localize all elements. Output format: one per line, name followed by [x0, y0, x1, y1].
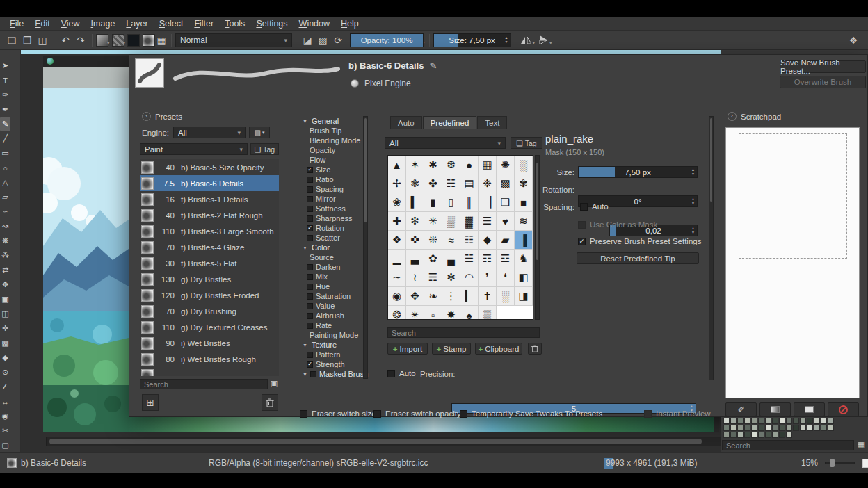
- palette-swatch[interactable]: [744, 432, 750, 438]
- palette-swatch[interactable]: [779, 418, 785, 424]
- option-checkbox[interactable]: [307, 167, 313, 173]
- canvas-subwindow-tab[interactable]: [43, 56, 129, 67]
- ellipse-tool[interactable]: ○: [0, 161, 10, 175]
- brush-tip-cell[interactable]: ❉: [479, 174, 497, 193]
- option-checkbox[interactable]: [310, 371, 316, 377]
- brush-tip-cell[interactable]: ≈: [442, 231, 460, 250]
- palette-swatch[interactable]: [800, 418, 806, 424]
- option-rate[interactable]: Rate: [301, 320, 361, 330]
- palette-swatch[interactable]: [772, 432, 778, 438]
- option-texture[interactable]: ▼Texture: [301, 340, 361, 350]
- palette-swatch[interactable]: [751, 432, 757, 438]
- tip-panel-scrollbar[interactable]: [709, 116, 714, 380]
- option-sharpness[interactable]: Sharpness: [301, 213, 361, 223]
- menu-item-settings[interactable]: Settings: [250, 17, 293, 30]
- menu-item-filter[interactable]: Filter: [188, 17, 219, 30]
- preserve-alpha-icon[interactable]: ▨: [315, 33, 330, 48]
- brush-preset-chooser[interactable]: [143, 34, 155, 47]
- menu-item-layer[interactable]: Layer: [120, 17, 153, 30]
- scratchpad-reset-button[interactable]: [828, 402, 859, 416]
- option-painting-mode[interactable]: Painting Mode: [301, 330, 361, 340]
- palette-swatch[interactable]: [786, 432, 792, 438]
- option-checkbox[interactable]: [307, 293, 313, 300]
- brush-tip-cell[interactable]: ◆: [479, 231, 497, 250]
- option-checkbox[interactable]: [307, 361, 313, 368]
- brush-tip-cell[interactable]: ▮: [424, 193, 442, 212]
- preset-row[interactable]: 16f) Bristles-1 Details: [140, 191, 279, 207]
- size-spin-buttons[interactable]: ▲▼: [504, 34, 510, 47]
- canvas-only-mode-icon[interactable]: [862, 459, 868, 468]
- brush-tip-cell[interactable]: ║: [460, 193, 479, 212]
- import-tip-button[interactable]: +Import: [387, 343, 428, 355]
- palette-swatch[interactable]: [765, 432, 771, 438]
- brush-tip-cell[interactable]: ✴: [406, 306, 424, 320]
- brush-tip-cell[interactable]: ⋮: [442, 287, 460, 306]
- scratchpad-paint-button[interactable]: ✐: [725, 402, 757, 416]
- brush-tip-cell[interactable]: ☴: [424, 268, 442, 287]
- tip-size-slider[interactable]: 7,50 px ▲▼: [578, 166, 698, 178]
- option-checkbox[interactable]: [307, 225, 313, 231]
- stamp-tip-button[interactable]: +Stamp: [432, 343, 471, 355]
- zoom-slider[interactable]: [825, 462, 855, 464]
- enclose-fill-tool[interactable]: ⊙: [0, 365, 10, 380]
- brush-tip-cell[interactable]: ▤: [460, 174, 479, 193]
- brush-tip-cell[interactable]: ✥: [406, 287, 424, 306]
- option-checkbox[interactable]: [307, 352, 313, 358]
- save-document-icon[interactable]: ◫: [35, 33, 50, 48]
- brush-tip-cell[interactable]: ◧: [515, 268, 533, 287]
- brush-tip-cell[interactable]: ✱: [424, 156, 442, 174]
- scratchpad-collapse-header[interactable]: ‹ Scratchpad: [728, 112, 781, 121]
- brush-tip-cell[interactable]: ❆: [442, 156, 460, 174]
- reload-preset-icon[interactable]: ⟳: [330, 33, 346, 48]
- option-size[interactable]: Size: [301, 165, 361, 174]
- brush-tip-cell[interactable]: ▯: [442, 193, 460, 212]
- option-flow[interactable]: Flow: [301, 155, 361, 165]
- palette-swatch[interactable]: [723, 418, 730, 424]
- preset-row[interactable]: 70g) Dry Brushing: [140, 303, 279, 319]
- size-slider[interactable]: Size: 7,50 px ▲▼: [433, 33, 511, 47]
- fill-tool[interactable]: ◆: [0, 350, 10, 365]
- move-tool[interactable]: ✥: [0, 277, 10, 292]
- foreground-color-chooser[interactable]: [127, 34, 140, 47]
- gradient-tool[interactable]: ◫: [0, 307, 10, 321]
- tab-predefined[interactable]: Predefined: [423, 116, 477, 129]
- preset-view-mode-button[interactable]: ▤▾: [249, 127, 270, 138]
- palette-swatch[interactable]: [744, 425, 750, 431]
- brush-tip-cell[interactable]: ▐: [515, 231, 533, 250]
- preset-row[interactable]: [140, 367, 279, 376]
- option-opacity[interactable]: Opacity: [301, 145, 361, 155]
- option-checkbox[interactable]: [307, 186, 313, 193]
- option-strength[interactable]: Strength: [301, 359, 361, 369]
- palette-swatch[interactable]: [807, 418, 813, 424]
- bezier-curve-tool[interactable]: ≈: [0, 204, 10, 219]
- brush-tip-cell[interactable]: ✝: [479, 287, 497, 306]
- tip-grid-scrollbar[interactable]: [535, 155, 540, 320]
- reset-predefined-tip-button[interactable]: Reset Predefined Tip: [577, 252, 699, 264]
- menu-item-window[interactable]: Window: [294, 17, 335, 30]
- option-checkbox[interactable]: [307, 274, 313, 280]
- palette-swatch[interactable]: [751, 425, 757, 431]
- brush-tip-cell[interactable]: ☶: [479, 250, 497, 268]
- docker-search-options-icon[interactable]: ▦: [855, 439, 867, 450]
- eraser-mode-icon[interactable]: ◪: [300, 33, 315, 48]
- open-document-icon[interactable]: ❒: [19, 33, 35, 48]
- brush-tip-cell[interactable]: ▲: [388, 156, 406, 174]
- brush-tip-cell[interactable]: ▁: [388, 250, 406, 268]
- scratchpad-canvas[interactable]: [725, 127, 860, 398]
- palette-swatch[interactable]: [765, 425, 771, 431]
- palette-swatch[interactable]: [772, 425, 778, 431]
- reference-images-tool[interactable]: ◉: [0, 409, 10, 423]
- option-checkbox[interactable]: [307, 235, 313, 241]
- redo-icon[interactable]: ↷: [73, 33, 88, 48]
- preset-row[interactable]: 90i) Wet Bristles: [140, 335, 279, 351]
- brush-tip-cell[interactable]: ❀: [388, 193, 406, 212]
- precision-slider[interactable]: 5 ▲▼: [451, 403, 696, 414]
- palette-swatch[interactable]: [744, 418, 750, 424]
- brush-tip-cell[interactable]: ❛: [497, 268, 515, 287]
- palette-swatch[interactable]: [828, 418, 834, 424]
- vertical-scrollbar[interactable]: [714, 417, 719, 432]
- brush-tip-cell[interactable]: ✺: [497, 156, 515, 174]
- pattern-edit-tool[interactable]: ▩: [0, 336, 10, 350]
- option-spacing[interactable]: Spacing: [301, 184, 361, 194]
- brush-tip-cell[interactable]: ▕: [479, 193, 497, 212]
